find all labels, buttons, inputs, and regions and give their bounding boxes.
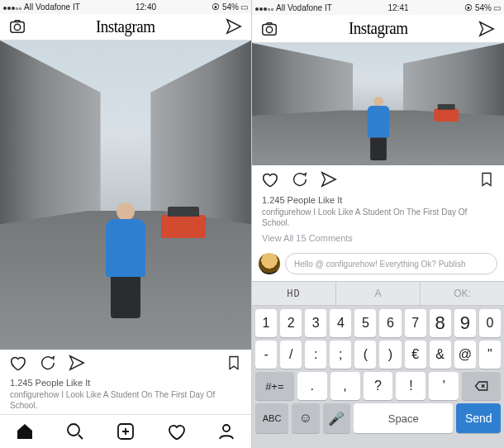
svg-point-1 <box>14 25 20 31</box>
battery-percent: ⦿ 54% <box>212 2 239 12</box>
app-logo: Instagram <box>96 17 155 36</box>
comment-icon[interactable] <box>38 354 56 372</box>
key-semicolon[interactable]: ; <box>330 341 351 369</box>
signal-dots-icon <box>255 3 274 12</box>
predict-right[interactable]: OK: <box>421 282 504 305</box>
bookmark-icon[interactable] <box>478 170 496 188</box>
send-plane-icon[interactable] <box>225 17 243 36</box>
bottom-tab-bar <box>0 414 251 448</box>
activity-heart-icon[interactable] <box>165 421 187 442</box>
app-header: Instagram <box>252 15 504 43</box>
key-euro[interactable]: € <box>405 341 426 369</box>
heart-icon[interactable] <box>260 170 278 188</box>
key-lparen[interactable]: ( <box>354 341 376 369</box>
add-post-icon[interactable] <box>115 421 136 442</box>
battery-icon: ▭ <box>493 3 501 12</box>
key-amp[interactable]: & <box>430 341 451 369</box>
key-at[interactable]: @ <box>454 341 476 369</box>
emoji-key[interactable]: ☺ <box>292 403 319 433</box>
key-7[interactable]: 7 <box>405 309 426 337</box>
key-comma[interactable]: , <box>330 372 360 400</box>
svg-rect-0 <box>11 22 25 33</box>
svg-rect-5 <box>263 24 277 35</box>
key-abc[interactable]: ABC <box>255 403 288 433</box>
send-plane-icon[interactable] <box>478 20 496 38</box>
carrier-label: All Vodafone IT <box>24 2 80 12</box>
post-caption: configurehow I Look Like A Student On Th… <box>0 389 251 414</box>
key-9[interactable]: 9 <box>454 309 476 337</box>
key-3[interactable]: 3 <box>305 309 326 337</box>
send-key[interactable]: Send <box>456 403 501 433</box>
battery-icon: ▭ <box>240 2 248 12</box>
battery-percent: ⦿ 54% <box>464 3 492 12</box>
heart-icon[interactable] <box>8 354 26 372</box>
key-rparen[interactable]: ) <box>379 341 401 369</box>
mic-icon: 🎤 <box>328 411 345 427</box>
post-photo[interactable] <box>252 43 504 165</box>
backspace-key[interactable] <box>462 372 501 400</box>
carrier-label: All Vodafone IT <box>276 3 332 12</box>
key-4[interactable]: 4 <box>330 309 351 337</box>
likes-count[interactable]: 1.245 People Like It <box>0 376 251 389</box>
bookmark-icon[interactable] <box>225 354 243 372</box>
post-caption: configurehow I Look Like A Student On Th… <box>252 207 504 231</box>
signal-dots-icon <box>3 2 22 12</box>
key-period[interactable]: . <box>297 372 327 400</box>
key-8[interactable]: 8 <box>430 309 451 337</box>
key-apostrophe[interactable]: ' <box>429 372 459 400</box>
screenshot-right: All Vodafone IT 12:41 ⦿ 54% ▭ Instagram <box>252 0 504 448</box>
key-slash[interactable]: / <box>280 341 302 369</box>
post-actions <box>252 165 504 193</box>
clock: 12:40 <box>136 2 156 12</box>
key-2[interactable]: 2 <box>280 309 302 337</box>
screenshot-left: All Vodafone IT 12:40 ⦿ 54% ▭ Instagram <box>0 0 252 448</box>
svg-point-4 <box>223 425 230 431</box>
avatar[interactable] <box>259 253 280 274</box>
key-1[interactable]: 1 <box>255 309 277 337</box>
predict-mid[interactable]: A <box>336 282 421 305</box>
post-photo[interactable] <box>0 41 251 350</box>
backspace-icon <box>473 378 490 394</box>
status-bar: All Vodafone IT 12:41 ⦿ 54% ▭ <box>252 0 504 15</box>
profile-icon[interactable] <box>216 421 237 442</box>
clock: 12:41 <box>388 3 409 12</box>
app-header: Instagram <box>0 14 251 41</box>
key-colon[interactable]: : <box>305 341 326 369</box>
comment-input[interactable]: Hello @ configurehow! Everything Ok? Pub… <box>285 253 497 274</box>
search-icon[interactable] <box>64 421 86 442</box>
key-6[interactable]: 6 <box>379 309 401 337</box>
predictive-bar: HD A OK: <box>252 281 504 306</box>
app-logo: Instagram <box>349 19 408 38</box>
status-bar: All Vodafone IT 12:40 ⦿ 54% ▭ <box>0 0 251 14</box>
comment-compose: Hello @ configurehow! Everything Ok? Pub… <box>252 250 504 281</box>
key-dash[interactable]: - <box>255 341 277 369</box>
mic-key[interactable]: 🎤 <box>323 403 350 433</box>
keyboard: 1 2 3 4 5 6 7 8 9 0 - / : ; ( ) € & @ " … <box>252 306 504 448</box>
key-question[interactable]: ? <box>364 372 393 400</box>
home-icon[interactable] <box>14 421 36 442</box>
post-actions <box>0 350 251 376</box>
svg-point-2 <box>68 424 79 436</box>
camera-icon[interactable] <box>260 20 278 38</box>
predict-left[interactable]: HD <box>252 282 336 305</box>
camera-icon[interactable] <box>8 17 26 36</box>
svg-point-6 <box>266 26 272 32</box>
key-quote[interactable]: " <box>479 341 501 369</box>
comment-icon[interactable] <box>290 170 308 188</box>
emoji-icon: ☺ <box>299 411 312 426</box>
key-0[interactable]: 0 <box>479 309 501 337</box>
share-plane-icon[interactable] <box>68 354 86 372</box>
key-symbols[interactable]: #+= <box>255 372 294 400</box>
likes-count[interactable]: 1.245 People Like It <box>252 193 504 207</box>
space-key[interactable]: Space <box>354 403 453 433</box>
view-comments-link[interactable]: View All 15 Comments <box>252 231 504 250</box>
share-plane-icon[interactable] <box>320 170 338 188</box>
key-5[interactable]: 5 <box>354 309 376 337</box>
key-exclaim[interactable]: ! <box>396 372 426 400</box>
